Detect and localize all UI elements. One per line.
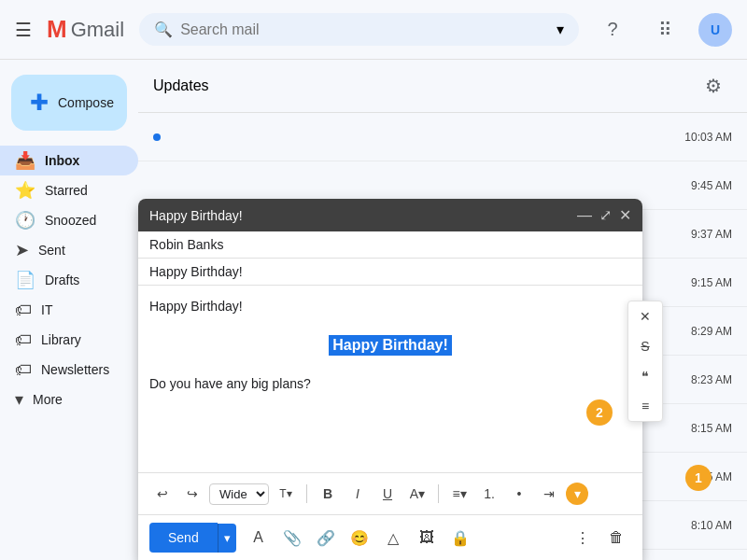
underline-button[interactable]: U	[374, 481, 401, 507]
compose-bottom: Send ▾ A 📎 🔗 😊 △ 🖼 🔒 ⋮ 🗑	[138, 514, 642, 560]
email-time: 8:10 AM	[691, 519, 732, 532]
email-time: 9:37 AM	[691, 228, 732, 241]
sidebar-library-label: Library	[41, 332, 81, 347]
inbox-icon: 📥	[15, 150, 35, 171]
send-dropdown-button[interactable]: ▾	[218, 524, 236, 553]
updates-label: Updates	[153, 77, 209, 94]
sent-icon: ➤	[15, 240, 29, 260]
sidebar-it-label: IT	[41, 302, 52, 317]
library-icon: 🏷	[15, 330, 32, 350]
delete-button[interactable]: 🗑	[601, 523, 631, 553]
gmail-label: Gmail	[71, 18, 124, 42]
highlighted-text: Happy Birthday!	[329, 335, 452, 356]
newsletters-icon: 🏷	[15, 360, 32, 380]
format-popup: ✕ S ❝ ≡	[627, 301, 663, 422]
compose-body[interactable]: Happy Birthday! Happy Birthday! Do you h…	[138, 286, 642, 472]
body-highlighted-container: Happy Birthday!	[149, 328, 631, 363]
body-line1: Happy Birthday!	[149, 297, 631, 316]
to-input[interactable]	[149, 237, 631, 252]
sidebar-inbox-label: Inbox	[45, 153, 79, 168]
table-row[interactable]: 10:03 AM	[138, 113, 747, 161]
sidebar-item-it[interactable]: 🏷 IT	[0, 295, 138, 325]
search-dropdown-icon[interactable]: ▾	[557, 21, 564, 38]
compose-modal: Happy Birthday! — ⤢ ✕ Happy Birthday! Ha…	[138, 199, 642, 560]
modal-controls: — ⤢ ✕	[577, 206, 631, 224]
unread-dot	[153, 133, 161, 141]
maximize-button[interactable]: ⤢	[599, 206, 612, 224]
sidebar-item-sent[interactable]: ➤ Sent	[0, 235, 138, 265]
email-time: 8:29 AM	[691, 325, 732, 338]
font-color-button[interactable]: A▾	[404, 481, 430, 507]
topbar-icons: ? ⠿ U	[594, 11, 732, 49]
subject-field-row	[138, 259, 642, 286]
redo-button[interactable]: ↪	[179, 481, 205, 507]
indent-popup-button[interactable]: ≡	[628, 391, 662, 421]
align-button[interactable]: ≡▾	[446, 481, 472, 507]
clear-formatting-button[interactable]: ✕	[628, 301, 662, 331]
sidebar-item-snoozed[interactable]: 🕐 Snoozed	[0, 205, 138, 235]
bottom-right-icons: ⋮ 🗑	[568, 523, 631, 553]
modal-title: Happy Birthday!	[149, 208, 243, 223]
more-options-bottom-button[interactable]: ⋮	[568, 523, 598, 553]
email-time: 10:03 AM	[684, 131, 732, 144]
menu-icon[interactable]: ☰	[15, 19, 32, 41]
bulleted-list-button[interactable]: •	[506, 481, 532, 507]
topbar: ☰ M Gmail 🔍 ▾ ? ⠿ U	[0, 0, 747, 60]
sidebar-item-starred[interactable]: ⭐ Starred	[0, 175, 138, 205]
starred-icon: ⭐	[15, 180, 35, 201]
search-icon: 🔍	[154, 21, 173, 38]
bottom-icons: A 📎 🔗 😊 △ 🖼 🔒	[244, 523, 475, 553]
text-format-icon[interactable]: A	[244, 523, 274, 553]
compose-label: Compose	[58, 95, 114, 110]
sidebar-more-label: More	[33, 392, 63, 407]
sidebar-newsletters-label: Newsletters	[41, 362, 109, 377]
sidebar: ✚ Compose 📥 Inbox ⭐ Starred 🕐 Snoozed ➤ …	[0, 60, 138, 560]
numbered-list-button[interactable]: 1.	[476, 481, 502, 507]
search-input[interactable]	[180, 21, 549, 38]
email-time: 9:15 AM	[691, 276, 732, 289]
gmail-logo: M Gmail	[47, 15, 124, 44]
help-icon[interactable]: ?	[594, 11, 631, 49]
sidebar-snoozed-label: Snoozed	[45, 213, 96, 228]
modal-header[interactable]: Happy Birthday! — ⤢ ✕	[138, 199, 642, 231]
compose-button[interactable]: ✚ Compose	[11, 75, 127, 131]
italic-button[interactable]: I	[345, 481, 371, 507]
drafts-icon: 📄	[15, 270, 35, 290]
sidebar-item-drafts[interactable]: 📄 Drafts	[0, 265, 138, 295]
indent-button[interactable]: ⇥	[536, 481, 562, 507]
font-select[interactable]: Wide	[209, 483, 269, 505]
close-button[interactable]: ✕	[619, 206, 631, 224]
drive-icon[interactable]: △	[378, 523, 408, 553]
compose-plus-icon: ✚	[30, 90, 49, 116]
subject-input[interactable]	[149, 264, 631, 279]
send-button[interactable]: Send	[149, 523, 218, 553]
link-icon[interactable]: 🔗	[311, 523, 341, 553]
sidebar-item-inbox[interactable]: 📥 Inbox	[0, 146, 138, 175]
emoji-icon[interactable]: 😊	[345, 523, 374, 553]
sidebar-starred-label: Starred	[45, 183, 88, 198]
font-size-button[interactable]: T▾	[273, 481, 299, 507]
apps-icon[interactable]: ⠿	[646, 11, 684, 49]
sidebar-item-library[interactable]: 🏷 Library	[0, 325, 138, 355]
email-time: 8:15 AM	[691, 422, 732, 435]
avatar[interactable]: U	[698, 13, 732, 47]
blockquote-button[interactable]: ❝	[628, 361, 662, 391]
lock-icon[interactable]: 🔒	[445, 523, 475, 553]
more-options-button[interactable]: ▾	[566, 483, 588, 505]
sidebar-drafts-label: Drafts	[45, 273, 79, 287]
strikethrough-button[interactable]: S	[628, 331, 662, 361]
undo-button[interactable]: ↩	[149, 481, 176, 507]
it-label-icon: 🏷	[15, 301, 32, 320]
email-time: 8:23 AM	[691, 373, 732, 386]
settings-icon[interactable]: ⚙	[695, 67, 732, 105]
sidebar-item-newsletters[interactable]: 🏷 Newsletters	[0, 355, 138, 385]
minimize-button[interactable]: —	[577, 207, 592, 224]
sidebar-item-more[interactable]: ▾ More	[0, 385, 138, 414]
attach-icon[interactable]: 📎	[277, 523, 307, 553]
content-header: Updates ⚙	[138, 60, 747, 113]
sidebar-sent-label: Sent	[38, 243, 65, 258]
bold-button[interactable]: B	[315, 481, 341, 507]
compose-toolbar: ↩ ↪ Wide T▾ B I U A▾ ≡▾ 1. • ⇥ ▾	[138, 472, 642, 514]
snoozed-icon: 🕐	[15, 210, 35, 231]
photo-icon[interactable]: 🖼	[412, 523, 442, 553]
